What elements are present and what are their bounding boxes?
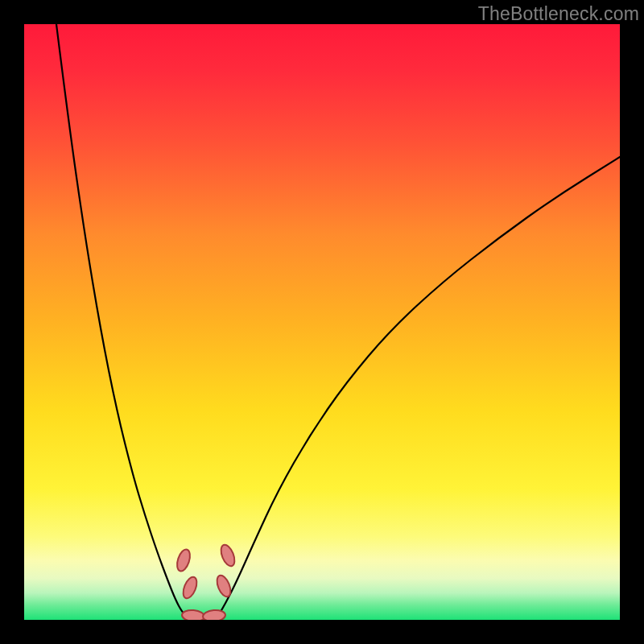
marker-left-knee-upper (175, 548, 192, 573)
marker-right-knee-upper (218, 543, 237, 568)
watermark-text: TheBottleneck.com (478, 3, 639, 25)
curve-left-branch (56, 24, 188, 617)
marker-right-knee-lower (214, 573, 233, 598)
plot-frame (24, 24, 620, 620)
marker-left-knee-lower (180, 575, 199, 600)
data-point-markers (175, 543, 237, 620)
curve-right-branch (217, 157, 620, 617)
curve-layer (24, 24, 620, 620)
marker-valley-right (202, 609, 225, 620)
marker-valley-left (181, 609, 204, 620)
